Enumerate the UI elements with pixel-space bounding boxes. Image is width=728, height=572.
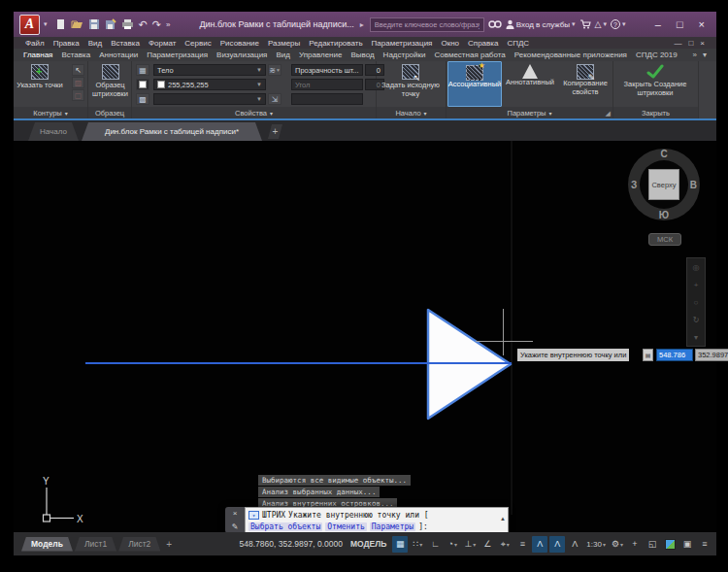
new-file-icon[interactable]: [55, 18, 66, 30]
viewcube-top-face[interactable]: Сверху: [648, 169, 679, 200]
new-drawing-tab-button[interactable]: +: [268, 124, 282, 139]
select-objects-icon[interactable]: ↖: [72, 64, 84, 76]
command-suggestion-icon[interactable]: ▾: [248, 511, 259, 520]
menu-parametric[interactable]: Параметризация: [372, 39, 433, 48]
save-icon[interactable]: [88, 18, 100, 30]
panel-footer-close[interactable]: Закрыть: [613, 107, 698, 118]
hatch-color-icon[interactable]: [136, 79, 149, 90]
ribbon-tab-view[interactable]: Вид: [276, 50, 289, 59]
ribbon-collapse-icon[interactable]: ▾: [703, 50, 707, 59]
file-tab-drawing[interactable]: Дин.блок Рамки с таблицей надписи*: [82, 122, 262, 141]
doc-close-button[interactable]: ×: [700, 39, 705, 48]
command-close-icon[interactable]: ×: [233, 509, 238, 518]
search-input[interactable]: [370, 17, 484, 32]
annotative-button[interactable]: Аннотативный: [503, 61, 557, 107]
app-store-button[interactable]: [579, 19, 591, 29]
recreate-boundary-icon[interactable]: ▢: [72, 89, 84, 101]
help-button[interactable]: ? ▾: [611, 19, 626, 29]
nav-zoom-icon[interactable]: ○: [694, 298, 699, 307]
hatch-angle-field[interactable]: Угол: [291, 79, 363, 90]
background-color-icon[interactable]: ▩: [136, 93, 149, 105]
ribbon-tab-output[interactable]: Вывод: [350, 50, 374, 59]
redo-icon[interactable]: ↷: [152, 19, 161, 30]
model-space-toggle[interactable]: МОДЕЛЬ: [350, 539, 386, 549]
panel-footer-boundaries[interactable]: Контуры▾: [14, 107, 87, 118]
ribbon-tab-insert[interactable]: Вставка: [61, 50, 90, 59]
hamburger-menu-icon[interactable]: ≡: [697, 536, 712, 553]
graphics-performance-icon[interactable]: [662, 536, 678, 553]
annotative-icon[interactable]: Λ: [567, 536, 582, 553]
file-tab-start[interactable]: Начало: [28, 122, 79, 141]
osnap-angle-icon[interactable]: ∠: [480, 536, 495, 553]
ribbon-tab-addins[interactable]: Надстройки: [383, 50, 426, 59]
panel-footer-origin[interactable]: Начало▾: [377, 107, 446, 118]
ribbon-tab-spds[interactable]: СПДС 2019: [636, 50, 678, 59]
workspace-gear-icon[interactable]: ⚙▾: [610, 536, 625, 553]
ribbon-tab-collaborate[interactable]: Совместная работа: [435, 50, 506, 59]
doc-minimize-button[interactable]: —: [674, 39, 681, 48]
plot-icon[interactable]: [121, 18, 134, 30]
menu-edit[interactable]: Правка: [53, 39, 80, 48]
menu-draw[interactable]: Рисование: [220, 39, 259, 48]
hatch-type-icon[interactable]: ▦: [136, 64, 149, 76]
menu-window[interactable]: Окно: [441, 39, 459, 48]
background-color-dropdown[interactable]: ▼: [153, 93, 266, 105]
nav-wheel-icon[interactable]: ◎: [693, 263, 700, 272]
command-grip[interactable]: × ✎: [225, 507, 245, 533]
command-customize-icon[interactable]: ✎: [232, 522, 239, 531]
coordinates-readout[interactable]: 548.7860, 352.9897, 0.0000: [240, 539, 343, 549]
close-hatch-button[interactable]: Закрыть Создание штриховки: [613, 61, 697, 107]
nav-pan-icon[interactable]: +: [694, 281, 699, 289]
panel-footer-options[interactable]: Параметры▾ ◢: [447, 107, 612, 118]
crosshair-plus-icon[interactable]: +: [627, 536, 643, 553]
viewcube-west[interactable]: З: [631, 180, 637, 190]
undo-icon[interactable]: ↶: [139, 19, 148, 30]
ribbon-tab-parametric[interactable]: Параметризация: [147, 50, 208, 59]
dialog-launcher-icon[interactable]: ◢: [606, 110, 611, 118]
panel-footer-properties[interactable]: Свойства▾: [132, 107, 376, 118]
ribbon-tab-overflow[interactable]: » ▾: [693, 50, 707, 59]
clean-screen-icon[interactable]: ▣: [679, 536, 695, 553]
layout-tab-model[interactable]: Модель: [21, 537, 73, 552]
new-layout-button[interactable]: +: [162, 539, 176, 550]
associative-button[interactable]: ★ Ассоциативный: [447, 61, 502, 107]
menu-file[interactable]: Файл: [25, 39, 45, 48]
match-properties-button[interactable]: ✎ Копирование свойств: [558, 61, 612, 107]
panel-footer-pattern[interactable]: Образец: [88, 107, 131, 118]
layout-tab-list2[interactable]: Лист2: [118, 537, 160, 552]
hatch-color-dropdown[interactable]: 255,255,255▼: [153, 79, 266, 90]
annotation-scale-button[interactable]: 1:30▾: [584, 536, 608, 553]
annotation-visibility-icon[interactable]: Λ: [549, 536, 565, 553]
nav-more-icon[interactable]: ▾: [694, 333, 698, 342]
viewcube-east[interactable]: В: [690, 180, 697, 190]
menu-dimension[interactable]: Размеры: [268, 39, 300, 48]
viewcube-wcs-button[interactable]: МСК: [648, 233, 681, 246]
open-file-icon[interactable]: [71, 18, 83, 30]
set-origin-button[interactable]: ↖ Задать исходную точку: [377, 61, 445, 107]
layer-icon[interactable]: ≋▼: [268, 64, 281, 76]
minimize-button[interactable]: –: [655, 18, 661, 30]
hatch-scale-field[interactable]: [291, 93, 363, 105]
ortho-icon[interactable]: ∟: [427, 536, 443, 553]
drawing-canvas[interactable]: С Ю З В Сверху МСК ◎ + ○ ↻ ▾ Укажите вну…: [14, 141, 716, 532]
viewcube-south[interactable]: Ю: [659, 210, 669, 220]
command-body[interactable]: ▾ ШТРИХ Укажите внутреннюю точку или [ В…: [245, 507, 509, 533]
hatch-transparency-field[interactable]: Прозрачность шт...: [291, 64, 363, 76]
command-option-undo[interactable]: Отменить: [325, 522, 367, 531]
menu-spds[interactable]: СПДС: [507, 39, 529, 48]
command-window[interactable]: × ✎ ▾ ШТРИХ Укажите внутреннюю точку или…: [225, 507, 509, 533]
nav-orbit-icon[interactable]: ↻: [693, 316, 700, 324]
command-option-settings[interactable]: Параметры: [370, 522, 415, 531]
app-menu-caret-icon[interactable]: ▾: [44, 20, 48, 28]
ribbon-tab-manage[interactable]: Управление: [299, 50, 342, 59]
command-scroll-icon[interactable]: ▲: [500, 516, 506, 522]
hatch-scale-icon[interactable]: ⇲: [268, 93, 281, 105]
viewcube-north[interactable]: С: [660, 149, 667, 159]
snap-icon[interactable]: ∷▾: [410, 536, 425, 553]
dynamic-input-icon[interactable]: ⌖▾: [497, 536, 513, 553]
hatch-type-dropdown[interactable]: Тело▼: [153, 64, 266, 76]
qat-overflow-icon[interactable]: »: [166, 19, 170, 30]
menu-tools[interactable]: Сервис: [184, 39, 211, 48]
ribbon-overflow-icon[interactable]: »: [693, 50, 697, 59]
search-binoculars-icon[interactable]: [488, 19, 502, 29]
